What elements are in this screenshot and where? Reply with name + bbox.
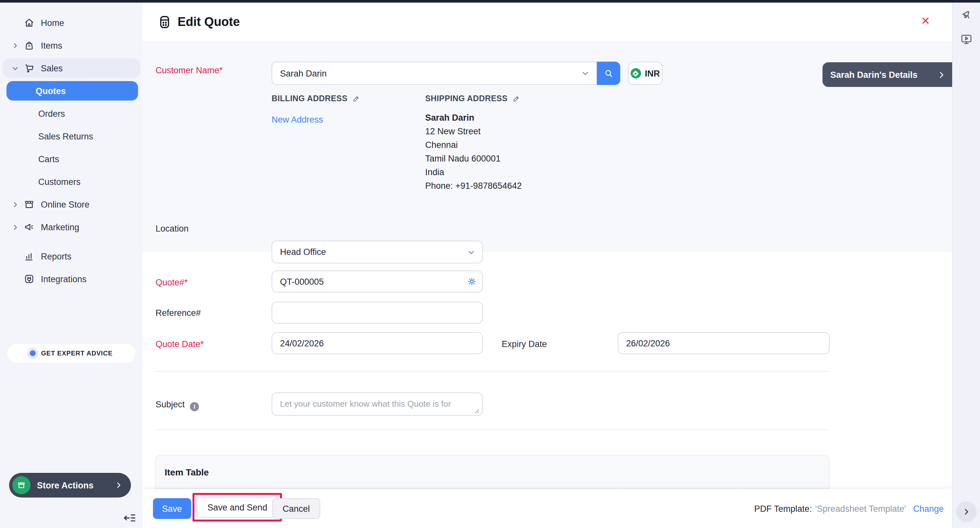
chevron-right-icon xyxy=(10,42,20,49)
edit-billing-address-icon[interactable] xyxy=(352,94,360,103)
currency-button[interactable]: INR xyxy=(628,62,662,85)
pdf-template-value: 'Spreadsheet Template' xyxy=(815,504,906,514)
change-template-link[interactable]: Change xyxy=(913,504,944,514)
subject-label: Subject xyxy=(156,400,185,409)
page-title: Edit Quote xyxy=(178,15,240,29)
new-address-link[interactable]: New Address xyxy=(272,115,323,124)
sidebar-item-label: Sales xyxy=(41,63,63,73)
store-icon xyxy=(12,476,30,494)
edit-shipping-address-icon[interactable] xyxy=(512,94,520,103)
store-actions-button[interactable]: Store Actions xyxy=(9,473,131,498)
sidebar-item-home[interactable]: Home xyxy=(3,13,140,32)
location-select-value: Head Office xyxy=(280,247,326,257)
storefront-icon xyxy=(23,198,35,210)
sidebar-item-label: Items xyxy=(41,40,62,50)
chevron-right-icon xyxy=(10,223,20,231)
shipping-line: Phone: +91-9878654642 xyxy=(425,179,522,193)
cancel-button[interactable]: Cancel xyxy=(272,498,320,519)
edit-quote-screen: Home Items Sales Q xyxy=(0,0,980,528)
chevron-right-icon xyxy=(10,201,20,208)
search-icon xyxy=(603,68,614,78)
customer-search-button[interactable] xyxy=(597,62,620,85)
announcements-icon[interactable] xyxy=(959,9,973,23)
close-icon[interactable]: ✕ xyxy=(921,16,931,27)
get-expert-advice-button[interactable]: GET EXPERT ADVICE xyxy=(7,344,135,362)
quote-number-field-wrap xyxy=(272,271,483,292)
shipping-line: Chennai xyxy=(425,138,522,152)
gear-icon[interactable] xyxy=(467,276,477,287)
sidebar-item-marketing[interactable]: Marketing xyxy=(3,217,140,237)
sidebar-item-orders[interactable]: Orders xyxy=(3,104,140,123)
shipping-line: India xyxy=(425,166,522,179)
sidebar-item-carts[interactable]: Carts xyxy=(3,149,140,169)
currency-code: INR xyxy=(645,69,660,78)
plug-icon xyxy=(23,273,35,285)
chevron-right-icon xyxy=(115,481,123,489)
customer-details-panel-button[interactable]: Sarah Darin's Details xyxy=(822,62,952,87)
sidebar-item-label: Carts xyxy=(38,154,59,164)
shipping-address-heading: SHIPPING ADDRESS xyxy=(425,94,520,103)
quote-number-label: Quote#* xyxy=(156,278,188,287)
reference-input[interactable] xyxy=(272,301,483,324)
sidebar-item-label: Orders xyxy=(38,108,65,118)
shipping-address-block: Sarah Darin 12 New Street Chennai Tamil … xyxy=(425,111,522,193)
sidebar-item-online-store[interactable]: Online Store xyxy=(3,195,140,214)
save-button[interactable]: Save xyxy=(153,498,191,519)
sidebar-item-quotes[interactable]: Quotes xyxy=(6,81,138,100)
subject-textarea[interactable] xyxy=(272,392,483,416)
megaphone-icon xyxy=(23,221,35,233)
sidebar-item-sales-returns[interactable]: Sales Returns xyxy=(3,126,140,146)
shipping-line: 12 New Street xyxy=(425,124,522,138)
save-and-send-button[interactable]: Save and Send xyxy=(196,497,278,518)
customer-select[interactable]: Sarah Darin xyxy=(272,62,597,85)
collapse-sidebar-icon[interactable] xyxy=(123,512,136,523)
sidebar-item-label: Reports xyxy=(41,251,72,261)
subject-label-row: Subjecti xyxy=(156,398,199,411)
section-divider xyxy=(155,371,829,372)
sidebar-item-label: Quotes xyxy=(36,86,66,96)
customer-select-value: Sarah Darin xyxy=(280,69,327,78)
sidebar: Home Items Sales Q xyxy=(0,3,143,528)
sidebar-item-integrations[interactable]: Integrations xyxy=(3,269,140,289)
chevron-down-icon xyxy=(581,69,590,78)
customer-name-label: Customer Name* xyxy=(156,65,223,75)
sidebar-item-reports[interactable]: Reports xyxy=(3,246,140,266)
expiry-date-label: Expiry Date xyxy=(502,339,547,349)
sidebar-item-customers[interactable]: Customers xyxy=(3,172,140,191)
home-icon xyxy=(23,17,35,29)
reference-label: Reference# xyxy=(156,308,201,318)
video-tutorial-icon[interactable] xyxy=(959,32,973,46)
pdf-template-label: PDF Template: xyxy=(754,504,812,514)
sidebar-item-sales[interactable]: Sales xyxy=(3,58,140,78)
bar-chart-icon xyxy=(23,250,35,262)
quote-date-label: Quote Date* xyxy=(156,339,204,349)
location-label: Location xyxy=(156,224,189,233)
sidebar-item-label: Home xyxy=(41,18,64,27)
sidebar-item-label: Customers xyxy=(38,177,81,187)
quote-number-input[interactable] xyxy=(272,271,483,292)
bag-icon xyxy=(23,40,35,51)
billing-address-heading: BILLING ADDRESS xyxy=(272,94,360,103)
right-rail xyxy=(952,3,980,528)
expiry-date-input[interactable] xyxy=(618,332,830,354)
pdf-template-row: PDF Template: 'Spreadsheet Template' Cha… xyxy=(754,489,944,528)
sidebar-item-items[interactable]: Items xyxy=(3,36,140,55)
top-bar xyxy=(0,0,980,3)
shipping-name: Sarah Darin xyxy=(425,111,522,124)
info-icon[interactable]: i xyxy=(190,402,199,411)
sidebar-item-label: Online Store xyxy=(41,199,89,209)
quote-date-input[interactable] xyxy=(272,332,483,354)
sidebar-item-label: Marketing xyxy=(41,222,80,232)
quote-document-icon xyxy=(158,15,172,29)
currency-coin-icon xyxy=(631,68,641,78)
status-dot xyxy=(30,350,36,356)
modal-footer: Save Save and Send Cancel PDF Template: … xyxy=(143,489,952,528)
chevron-down-icon xyxy=(10,65,20,72)
expand-panel-button[interactable] xyxy=(956,501,977,522)
resize-handle-icon[interactable] xyxy=(474,408,480,414)
sidebar-item-label: Integrations xyxy=(41,274,86,284)
shipping-line: Tamil Nadu 600001 xyxy=(425,152,522,166)
item-table-heading: Item Table xyxy=(165,467,209,477)
cart-icon xyxy=(23,62,35,74)
location-select[interactable]: Head Office xyxy=(272,241,483,263)
